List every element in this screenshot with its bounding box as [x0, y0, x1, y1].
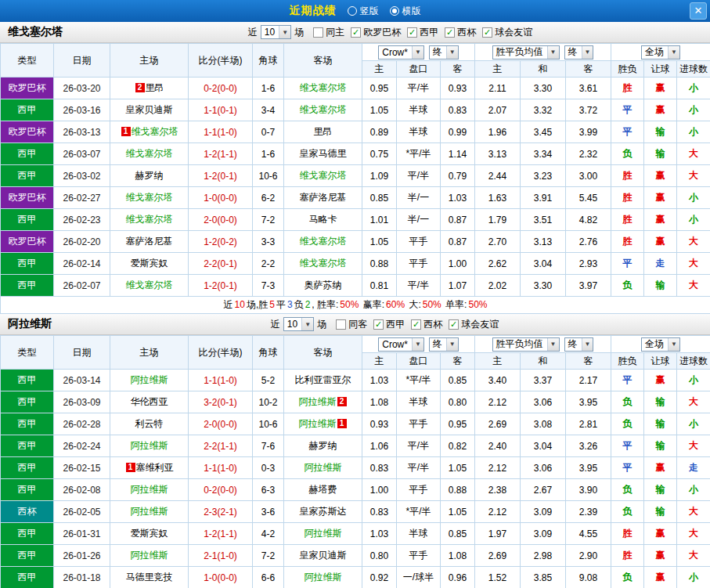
col-wdl-header: 胜负: [611, 61, 644, 78]
away-team-cell[interactable]: 阿拉维斯: [284, 457, 362, 479]
away-team-cell[interactable]: 阿拉维斯: [284, 523, 362, 545]
home-team-cell[interactable]: 维戈塞尔塔: [110, 209, 189, 231]
eu-home-odds: 2.69: [475, 413, 521, 435]
bookmaker-select[interactable]: Crow*▼: [378, 45, 424, 60]
radio-vertical-layout[interactable]: 竖版: [348, 5, 379, 18]
home-team-name: 爱斯宾奴: [131, 528, 168, 539]
away-team-cell[interactable]: 维戈塞尔塔: [284, 165, 362, 187]
home-team-cell[interactable]: 1塞维利亚: [110, 457, 189, 479]
radio-selected-icon: [390, 6, 399, 16]
away-team-name: 赫塔费: [309, 484, 337, 495]
col-eu-draw-header: 和: [521, 353, 566, 370]
away-team-cell[interactable]: 维戈塞尔塔: [284, 78, 362, 99]
match-count-select[interactable]: 10▼: [283, 317, 314, 331]
home-team-cell[interactable]: 皇家贝迪斯: [110, 99, 189, 121]
europe-odds-select[interactable]: 胜平负均值▼: [492, 45, 560, 60]
home-team-cell[interactable]: 维戈塞尔塔: [110, 187, 189, 209]
home-team-cell[interactable]: 赫罗纳: [110, 165, 189, 187]
league-filter-checkbox[interactable]: 西杯: [445, 26, 476, 39]
league-filter-checkbox[interactable]: 同客: [336, 318, 367, 331]
away-team-cell[interactable]: 皇家贝迪斯: [284, 545, 362, 567]
league-filter-checkbox[interactable]: 欧罗巴杯: [351, 26, 401, 39]
home-team-cell[interactable]: 爱斯宾奴: [110, 523, 189, 545]
away-team-cell[interactable]: 维戈塞尔塔: [284, 99, 362, 121]
col-date-header: 日期: [54, 44, 110, 78]
away-team-cell[interactable]: 赫罗纳: [284, 435, 362, 457]
odds-state-select[interactable]: 终▼: [429, 45, 459, 60]
league-filter-group: 同主欧罗巴杯西甲西杯球会友谊: [307, 26, 532, 39]
result-wdl: 负: [611, 391, 644, 413]
match-date: 26-02-24: [54, 435, 110, 457]
europe-odds-state-select[interactable]: 终▼: [564, 337, 594, 352]
away-team-cell[interactable]: 维戈塞尔塔: [284, 253, 362, 275]
away-team-cell[interactable]: 阿拉维斯1: [284, 413, 362, 435]
away-team-cell[interactable]: 维戈塞尔塔: [284, 231, 362, 253]
match-count-select[interactable]: 10▼: [261, 25, 291, 39]
league-filter-checkbox[interactable]: 西甲: [373, 318, 405, 331]
away-team-cell[interactable]: 里昂: [284, 121, 362, 143]
away-team-name: 里昂: [314, 126, 333, 137]
league-badge: 欧罗巴杯: [1, 231, 54, 253]
home-team-cell[interactable]: 维戈塞尔塔: [110, 143, 189, 165]
eu-away-odds: 3.90: [566, 479, 611, 501]
league-filter-checkbox[interactable]: 球会友谊: [482, 26, 532, 39]
result-wdl: 平: [611, 253, 644, 275]
ah-home-odds: 0.80: [362, 545, 397, 567]
ah-away-odds: 0.87: [441, 231, 475, 253]
home-team-cell[interactable]: 1维戈塞尔塔: [110, 121, 189, 143]
away-team-name: 维戈塞尔塔: [300, 104, 347, 115]
home-team-cell[interactable]: 2里昂: [110, 78, 189, 99]
odds-state-select[interactable]: 终▼: [429, 337, 459, 352]
away-team-cell[interactable]: 马略卡: [284, 209, 362, 231]
home-team-cell[interactable]: 阿拉维斯: [110, 370, 189, 391]
home-team-cell[interactable]: 马德里竞技: [110, 567, 189, 588]
home-team-cell[interactable]: 阿拉维斯: [110, 479, 189, 501]
away-team-name: 阿拉维斯: [305, 462, 342, 473]
summary-row: 近10场,胜5平3负2, 胜率:50% 赢率:60% 大:50% 单率:50%: [1, 297, 710, 314]
away-team-cell[interactable]: 阿拉维斯: [284, 567, 362, 588]
home-team-cell[interactable]: 阿拉维斯: [110, 501, 189, 523]
near-label: 近: [271, 318, 280, 331]
home-team-cell[interactable]: 维戈塞尔塔: [110, 275, 189, 297]
europe-odds-state-select[interactable]: 终▼: [564, 45, 594, 60]
away-team-name: 阿拉维斯: [305, 528, 342, 539]
bookmaker-select[interactable]: Crow*▼: [378, 337, 424, 352]
match-row: 欧罗巴杯 26-02-20 塞萨洛尼基 1-2(0-2) 3-3 维戈塞尔塔 1…: [1, 231, 710, 253]
away-team-cell[interactable]: 皇家苏斯达: [284, 501, 362, 523]
league-filter-checkbox[interactable]: 同主: [313, 26, 344, 39]
away-team-cell[interactable]: 赫塔费: [284, 479, 362, 501]
scope-select[interactable]: 全场▼: [641, 337, 680, 352]
scope-select[interactable]: 全场▼: [641, 45, 680, 60]
europe-odds-select[interactable]: 胜平负均值▼: [492, 337, 560, 352]
league-filter-checkbox[interactable]: 西甲: [407, 26, 438, 39]
home-team-cell[interactable]: 利云特: [110, 413, 189, 435]
league-filter-checkbox[interactable]: 球会友谊: [449, 318, 499, 331]
home-team-cell[interactable]: 阿拉维斯: [110, 545, 189, 567]
home-team-name: 阿拉维斯: [131, 440, 168, 451]
close-button[interactable]: ✕: [690, 2, 707, 20]
result-handicap: 输: [644, 501, 677, 523]
home-team-cell[interactable]: 爱斯宾奴: [110, 253, 189, 275]
home-team-name: 马德里竞技: [126, 572, 173, 583]
away-team-cell[interactable]: 皇家马德里: [284, 143, 362, 165]
away-team-cell[interactable]: 塞萨洛尼基: [284, 187, 362, 209]
home-team-cell[interactable]: 华伦西亚: [110, 391, 189, 413]
result-wdl: 平: [611, 370, 644, 391]
away-team-cell[interactable]: 阿拉维斯2: [284, 391, 362, 413]
eu-away-odds: 5.45: [566, 187, 611, 209]
col-eu-draw-header: 和: [521, 61, 566, 78]
away-team-cell[interactable]: 奥萨苏纳: [284, 275, 362, 297]
result-overunder: 小: [677, 370, 710, 391]
result-handicap: 赢: [644, 165, 677, 187]
away-team-cell[interactable]: 比利亚雷亚尔: [284, 370, 362, 391]
home-team-cell[interactable]: 阿拉维斯: [110, 435, 189, 457]
league-filter-checkbox[interactable]: 西杯: [411, 318, 442, 331]
match-row: 西甲 26-02-23 维戈塞尔塔 2-0(0-0) 7-2 马略卡 1.01 …: [1, 209, 710, 231]
radio-horizontal-layout[interactable]: 横版: [390, 5, 421, 18]
ah-away-odds: 1.03: [441, 187, 475, 209]
match-row: 西甲 26-02-28 利云特 2-0(0-0) 10-6 阿拉维斯1 0.93…: [1, 413, 710, 435]
ah-line: 平手: [397, 479, 441, 501]
home-team-cell[interactable]: 塞萨洛尼基: [110, 231, 189, 253]
eu-home-odds: 1.63: [475, 187, 521, 209]
score-cell: 3-2(0-1): [189, 391, 253, 413]
